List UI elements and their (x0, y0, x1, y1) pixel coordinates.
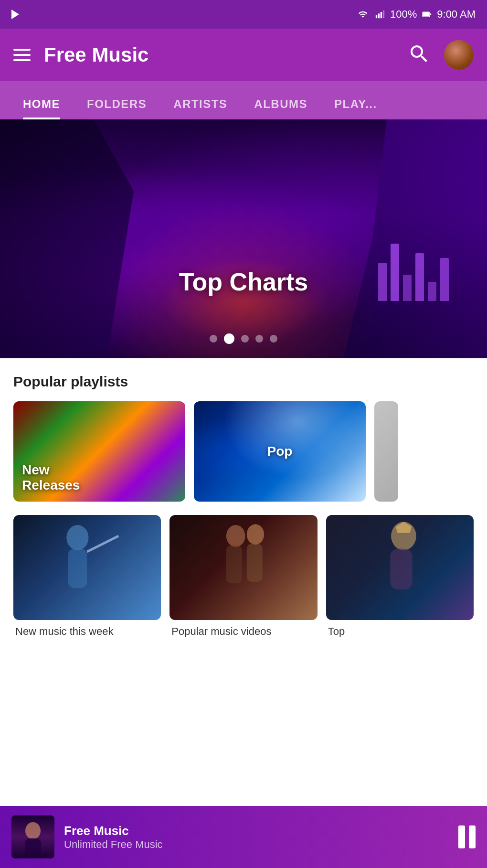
svg-point-17 (25, 822, 41, 839)
eq-bar-5 (428, 282, 436, 301)
app-title: Free Music (44, 43, 148, 66)
avatar-image (444, 40, 474, 70)
svg-rect-13 (247, 544, 263, 582)
status-bar-left (11, 10, 19, 19)
carousel-dot-1[interactable] (210, 335, 217, 343)
eq-bar-6 (440, 258, 449, 301)
thumb-popular-videos (169, 515, 317, 620)
search-icon (408, 43, 431, 65)
carousel-dot-5[interactable] (270, 335, 277, 343)
svg-rect-6 (430, 13, 432, 15)
new-music-week-label: New music this week (13, 625, 161, 639)
eq-bar-4 (415, 253, 424, 301)
hero-title: Top Charts (179, 268, 308, 296)
signal-icon (374, 10, 386, 19)
tab-folders[interactable]: FOLDERS (74, 97, 160, 119)
playlist-card-popular-videos[interactable]: Popular music videos (169, 515, 317, 639)
eq-bar-1 (378, 263, 387, 301)
now-playing-controls (458, 825, 476, 848)
svg-point-10 (226, 525, 245, 547)
now-playing-thumb-bg (11, 815, 54, 858)
large-playlist-row: NewReleases Pop (13, 401, 474, 502)
tab-artists[interactable]: ARTISTS (160, 97, 241, 119)
now-playing-info: Free Music Unlimited Free Music (64, 824, 449, 851)
tab-albums[interactable]: ALBUMS (241, 97, 321, 119)
playlist-card-new-releases[interactable]: NewReleases (13, 401, 185, 502)
carousel-dot-4[interactable] (255, 335, 263, 343)
thumb-new-music-week (13, 515, 161, 620)
tab-playlists[interactable]: PLAY... (321, 97, 391, 119)
hero-banner[interactable]: Top Charts (0, 119, 487, 358)
battery-text: 100% (390, 8, 417, 21)
svg-rect-2 (381, 12, 382, 18)
tab-home[interactable]: HOME (10, 97, 74, 119)
now-playing-person-art (16, 820, 50, 858)
playlist-card-pop[interactable]: Pop (194, 401, 366, 502)
svg-point-7 (67, 525, 89, 550)
hamburger-menu-button[interactable] (13, 49, 31, 61)
svg-rect-5 (423, 12, 429, 16)
header-left: Free Music (13, 43, 148, 66)
eq-bars (378, 244, 449, 301)
new-releases-label: NewReleases (22, 462, 80, 493)
svg-rect-3 (383, 11, 384, 19)
battery-icon (421, 10, 433, 19)
now-playing-bar[interactable]: Free Music Unlimited Free Music (0, 806, 487, 868)
popular-videos-label: Popular music videos (169, 625, 317, 639)
playlist-card-top[interactable]: Top (326, 515, 474, 639)
svg-rect-0 (376, 15, 377, 19)
small-playlist-row: New music this week Popular music videos (13, 515, 474, 639)
thumb-top (326, 515, 474, 620)
carousel-dots (210, 333, 277, 344)
navigation-tabs: HOME FOLDERS ARTISTS ALBUMS PLAY... (0, 81, 487, 119)
svg-rect-1 (378, 13, 380, 18)
svg-rect-15 (391, 548, 413, 589)
search-button[interactable] (408, 43, 431, 67)
section-title-popular: Popular playlists (13, 374, 474, 390)
silhouette-violin (13, 515, 161, 620)
svg-rect-8 (68, 548, 87, 588)
header-right (408, 40, 474, 70)
popular-playlists-section: Popular playlists NewReleases Pop (0, 358, 487, 639)
top-label: Top (326, 625, 474, 639)
partial-card (374, 401, 398, 502)
status-bar-right: 100% 9:00 AM (356, 8, 476, 21)
silhouette-performer (326, 515, 474, 620)
playlist-card-new-music-week[interactable]: New music this week (13, 515, 161, 639)
couple-art (177, 520, 310, 615)
user-avatar-button[interactable] (444, 40, 474, 70)
pause-bar-left (458, 825, 465, 848)
svg-rect-11 (226, 546, 242, 583)
app-header: Free Music (0, 29, 487, 81)
pause-bar-right (469, 825, 476, 848)
pop-label: Pop (267, 444, 293, 459)
carousel-dot-2[interactable] (224, 333, 234, 344)
violin-player-art (21, 520, 153, 615)
eq-bar-2 (391, 244, 399, 301)
status-bar: 100% 9:00 AM (0, 0, 487, 29)
pause-button[interactable] (458, 825, 476, 848)
wifi-icon (356, 10, 370, 19)
time-text: 9:00 AM (437, 8, 476, 21)
play-status-icon (11, 10, 19, 19)
carousel-dot-3[interactable] (241, 335, 249, 343)
bottom-spacer (0, 639, 487, 715)
svg-rect-18 (25, 838, 41, 858)
svg-line-9 (87, 536, 119, 552)
now-playing-subtitle: Unlimited Free Music (64, 838, 449, 851)
now-playing-title: Free Music (64, 824, 449, 838)
eq-bar-3 (403, 275, 412, 301)
performer-art (333, 520, 466, 615)
svg-point-12 (247, 524, 264, 545)
silhouette-couple (169, 515, 317, 620)
now-playing-thumbnail (11, 815, 54, 858)
